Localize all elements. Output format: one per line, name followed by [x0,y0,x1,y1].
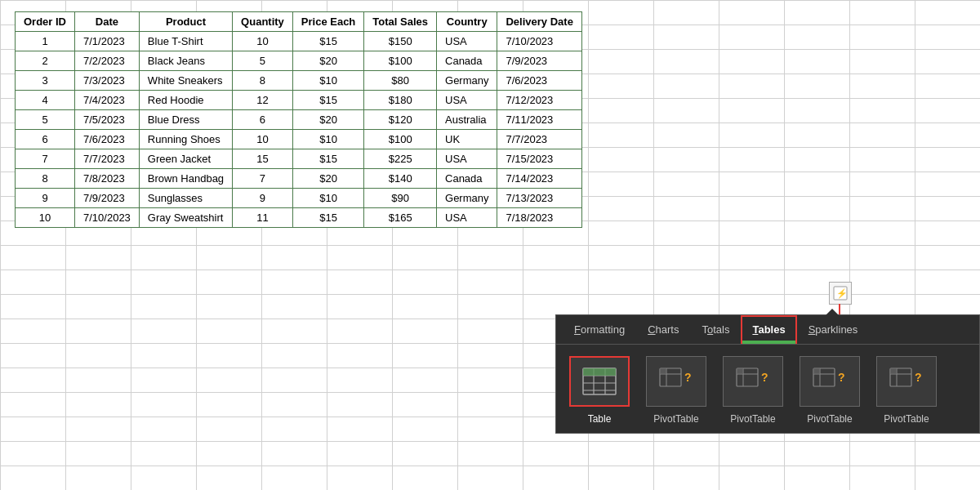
table-cell: $10 [292,130,364,149]
table-cell: 10 [16,208,75,228]
table-cell: USA [437,32,497,51]
table-cell: Running Shoes [139,130,232,149]
table-cell: $180 [364,91,437,110]
table-cell: 7/8/2023 [75,169,140,189]
table-cell: Black Jeans [139,51,232,71]
table-cell: $10 [292,189,364,208]
col-quantity: Quantity [233,12,293,32]
table-cell: White Sneakers [139,71,232,91]
connect-line [839,304,840,314]
table-cell: $225 [364,149,437,169]
pivot-table-2[interactable]: ? PivotTable [723,356,783,425]
tab-totals-label: Totals [702,323,729,336]
pivot-icon-box-1: ? [646,356,706,407]
svg-rect-24 [813,368,820,374]
table-cell: 6 [233,110,293,130]
pivot-label-4: PivotTable [884,413,929,425]
panel-arrow [826,309,839,315]
pivot-table-4[interactable]: ? PivotTable [876,356,937,425]
table-cell: $15 [292,149,364,169]
pivot-icon-2: ? [735,367,771,396]
table-option[interactable]: Table [569,356,630,425]
table-cell: USA [437,149,497,169]
table-cell: Germany [437,71,497,91]
table-cell: 3 [16,71,75,91]
data-table: Order ID Date Product Quantity Price Eac… [15,11,582,228]
table-row: 57/5/2023Blue Dress6$20$120Australia7/11… [16,110,582,130]
col-delivery-date: Delivery Date [497,12,581,32]
tab-sparklines[interactable]: Sparklines [797,315,870,344]
table-header-row: Order ID Date Product Quantity Price Eac… [16,12,582,32]
table-label: Table [588,413,612,425]
qa-tabs: Formatting Charts Totals Tables Sparklin… [556,315,979,345]
table-cell: 15 [233,149,293,169]
svg-rect-29 [890,368,897,374]
table-cell: Brown Handbag [139,169,232,189]
table-cell: 7/18/2023 [497,208,581,228]
table-cell: 7/10/2023 [75,208,140,228]
pivot-table-3[interactable]: ? PivotTable [800,356,860,425]
table-cell: 7/10/2023 [497,32,581,51]
table-cell: 12 [233,91,293,110]
table-cell: $150 [364,32,437,51]
svg-text:?: ? [838,371,845,384]
tab-tables[interactable]: Tables [741,315,796,344]
svg-text:?: ? [684,371,692,384]
table-cell: 7/9/2023 [497,51,581,71]
table-cell: 7/4/2023 [75,91,140,110]
table-cell: $90 [364,189,437,208]
svg-rect-10 [605,368,616,376]
table-row: 17/1/2023Blue T-Shirt10$15$150USA7/10/20… [16,32,582,51]
table-cell: Red Hoodie [139,91,232,110]
quick-analysis-icon[interactable]: ⚡ [829,282,852,305]
table-cell: $100 [364,130,437,149]
svg-text:?: ? [761,371,768,384]
table-row: 27/2/2023Black Jeans5$20$100Canada7/9/20… [16,51,582,71]
tab-totals[interactable]: Totals [690,315,741,344]
table-cell: $80 [364,71,437,91]
table-cell: 7/5/2023 [75,110,140,130]
table-cell: 1 [16,32,75,51]
pivot-icon-box-2: ? [723,356,783,407]
data-table-wrapper: Order ID Date Product Quantity Price Eac… [15,11,582,228]
table-cell: 7/2/2023 [75,51,140,71]
table-cell: 7/12/2023 [497,91,581,110]
spreadsheet: Order ID Date Product Quantity Price Eac… [0,0,980,490]
table-cell: $140 [364,169,437,189]
pivot-table-1[interactable]: ? PivotTable [646,356,706,425]
pivot-icon-box-4: ? [876,356,937,407]
table-row: 97/9/2023Sunglasses9$10$90Germany7/13/20… [16,189,582,208]
table-cell: 5 [233,51,293,71]
tab-charts[interactable]: Charts [636,315,690,344]
table-cell: 7/6/2023 [75,130,140,149]
pivot-label-3: PivotTable [807,413,852,425]
svg-rect-8 [583,368,594,376]
qa-icons-row: Table ? PivotTable [556,345,979,433]
table-row: 87/8/2023Brown Handbag7$20$140Canada7/14… [16,169,582,189]
table-cell: 10 [233,130,293,149]
table-cell: 7/13/2023 [497,189,581,208]
svg-text:?: ? [915,371,922,384]
table-cell: 7/11/2023 [497,110,581,130]
pivot-icon-1: ? [658,367,694,396]
quick-analysis-panel: Formatting Charts Totals Tables Sparklin… [555,314,980,434]
table-cell: 9 [233,189,293,208]
col-total-sales: Total Sales [364,12,437,32]
table-cell: Australia [437,110,497,130]
table-cell: 11 [233,208,293,228]
tab-formatting[interactable]: Formatting [563,315,636,344]
table-cell: 9 [16,189,75,208]
table-cell: Blue T-Shirt [139,32,232,51]
svg-rect-9 [594,368,605,376]
table-icon-box [569,356,630,407]
tab-charts-label: Charts [648,323,679,336]
table-cell: 5 [16,110,75,130]
table-cell: $15 [292,32,364,51]
table-cell: 7/15/2023 [497,149,581,169]
table-cell: 8 [233,71,293,91]
table-cell: USA [437,208,497,228]
table-cell: USA [437,91,497,110]
table-row: 107/10/2023Gray Sweatshirt11$15$165USA7/… [16,208,582,228]
table-cell: 7/1/2023 [75,32,140,51]
table-cell: Sunglasses [139,189,232,208]
